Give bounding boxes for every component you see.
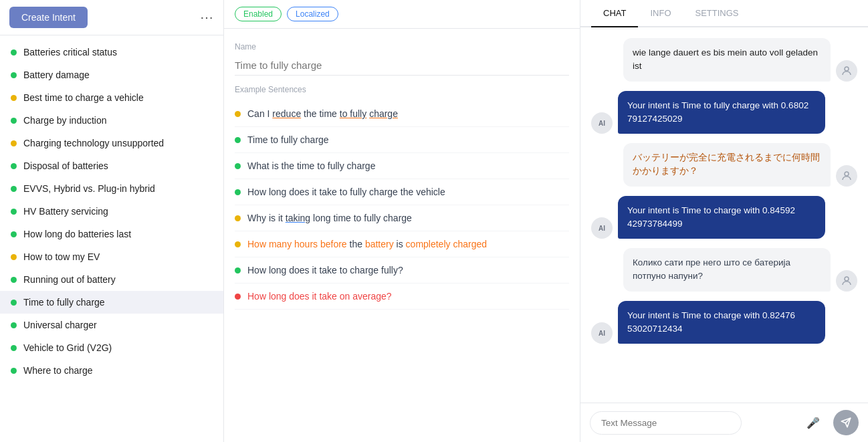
sentence-row[interactable]: Why is it taking long time to fully char… [235, 205, 569, 231]
sidebar-item-label: Universal charger [23, 320, 97, 330]
svg-point-0 [845, 67, 849, 71]
sentence-dot [235, 189, 241, 195]
chat-panel: CHATINFOSETTINGS wie lange dauert es bis… [580, 0, 868, 442]
sentence-text: How long does it take to fully charge th… [247, 187, 445, 197]
sidebar-item[interactable]: Charge by induction [0, 109, 223, 132]
status-dot [11, 209, 17, 215]
sentence-row[interactable]: How long does it take to fully charge th… [235, 179, 569, 205]
chat-input[interactable] [590, 411, 742, 435]
chat-messages: wie lange dauert es bis mein auto voll g… [580, 27, 868, 403]
status-dot [11, 231, 17, 237]
user-bubble: Колико сати пре него што се батерија пот… [623, 248, 831, 292]
sidebar-item-label: How long do batteries last [23, 229, 131, 239]
status-dot [11, 254, 17, 260]
ai-avatar: AI [591, 112, 613, 134]
mic-icon[interactable]: 🎤 [806, 417, 820, 429]
sidebar-item[interactable]: Time to fully charge [0, 291, 223, 314]
more-options-icon[interactable]: ⋯ [200, 9, 214, 25]
chat-tab-info[interactable]: INFO [638, 0, 683, 27]
sidebar-item-label: EVVS, Hybrid vs. Plug-in hybrid [23, 183, 155, 194]
svg-point-1 [845, 172, 849, 176]
sentence-row[interactable]: Time to fully charge [235, 127, 569, 153]
status-dot [11, 140, 17, 146]
sidebar-item[interactable]: Where to charge [0, 359, 223, 382]
ai-bubble: Your intent is Time to charge with 0.845… [618, 196, 825, 239]
chat-tab-chat[interactable]: CHAT [591, 0, 638, 27]
sentence-row[interactable]: How long does it take on average? [235, 284, 569, 310]
sentence-row[interactable]: How long does it take to charge fully? [235, 257, 569, 284]
localized-badge: Localized [287, 7, 338, 21]
ai-message-row: AI Your intent is Time to charge with 0.… [591, 196, 857, 239]
sentence-dot [235, 267, 241, 273]
sentence-dot [235, 137, 241, 143]
main-body: Name Example Sentences Can I reduce the … [224, 29, 580, 442]
status-dot [11, 277, 17, 283]
user-message-row: wie lange dauert es bis mein auto voll g… [591, 38, 857, 82]
sidebar-item[interactable]: Charging technology unsupported [0, 132, 223, 154]
sidebar-list: Batteries critical status Battery damage… [0, 35, 223, 442]
user-message-row: Колико сати пре него што се батерија пот… [591, 248, 857, 292]
sidebar-item-label: Charging technology unsupported [23, 138, 164, 148]
sentence-dot [235, 163, 241, 169]
status-dot [11, 300, 17, 306]
sidebar-item-label: Batteries critical status [23, 47, 117, 58]
sentence-dot [235, 294, 241, 300]
status-dot [11, 95, 17, 101]
sidebar-item-label: Vehicle to Grid (V2G) [23, 342, 112, 353]
main-content: Enabled Localized Name Example Sentences… [224, 0, 580, 442]
sentence-dot [235, 111, 241, 117]
sentence-text: Time to fully charge [247, 134, 329, 145]
send-button[interactable] [833, 410, 859, 435]
sidebar-header: Create Intent ⋯ [0, 0, 223, 35]
status-dot [11, 118, 17, 124]
create-intent-button[interactable]: Create Intent [9, 7, 88, 28]
user-avatar [836, 60, 857, 82]
chat-input-wrapper: 🎤 [590, 411, 828, 435]
sentence-row[interactable]: What is the time to fully charge [235, 153, 569, 179]
name-label: Name [235, 42, 569, 51]
sentence-text: How long does it take on average? [247, 291, 392, 302]
sentence-text: How long does it take to charge fully? [247, 265, 403, 275]
ai-avatar: AI [591, 217, 613, 239]
sidebar: Create Intent ⋯ Batteries critical statu… [0, 0, 224, 442]
sidebar-item[interactable]: Vehicle to Grid (V2G) [0, 336, 223, 359]
sidebar-item[interactable]: Batteries critical status [0, 41, 223, 64]
sidebar-item[interactable]: EVVS, Hybrid vs. Plug-in hybrid [0, 177, 223, 200]
sentence-text: Can I reduce the time to fully charge [247, 108, 398, 119]
sidebar-item[interactable]: HV Battery servicing [0, 200, 223, 223]
sidebar-item-label: Disposal of batteries [23, 160, 108, 171]
status-dot [11, 368, 17, 374]
sidebar-item[interactable]: Universal charger [0, 314, 223, 336]
sidebar-item[interactable]: How long do batteries last [0, 223, 223, 245]
sentence-dot [235, 215, 241, 221]
svg-point-2 [845, 277, 849, 281]
ai-avatar: AI [591, 322, 613, 344]
sidebar-item-label: Running out of battery [23, 274, 116, 285]
sidebar-item-label: Where to charge [23, 365, 93, 376]
sidebar-item[interactable]: How to tow my EV [0, 245, 223, 268]
chat-tab-settings[interactable]: SETTINGS [683, 0, 751, 27]
main-header: Enabled Localized [224, 0, 580, 29]
sidebar-item-label: Battery damage [23, 70, 90, 80]
sidebar-item-label: How to tow my EV [23, 251, 100, 262]
chat-tabs: CHATINFOSETTINGS [580, 0, 868, 27]
sentence-text: Why is it taking long time to fully char… [247, 213, 412, 223]
sentence-row[interactable]: Can I reduce the time to fully charge [235, 101, 569, 127]
sidebar-item[interactable]: Best time to charge a vehicle [0, 86, 223, 109]
sidebar-item[interactable]: Running out of battery [0, 268, 223, 291]
sidebar-item[interactable]: Battery damage [0, 64, 223, 86]
user-bubble: バッテリーが完全に充電されるまでに何時間かかりますか？ [623, 143, 831, 187]
ai-message-row: AI Your intent is Time to charge with 0.… [591, 301, 857, 344]
sidebar-item-label: Charge by induction [23, 115, 107, 126]
example-sentences-label: Example Sentences [235, 85, 569, 94]
status-dot [11, 72, 17, 78]
status-dot [11, 322, 17, 328]
name-input[interactable] [235, 56, 569, 76]
sentences-list: Can I reduce the time to fully charge Ti… [235, 101, 569, 310]
sentence-row[interactable]: How many hours before the battery is com… [235, 231, 569, 257]
ai-message-row: AI Your intent is Time to fully charge w… [591, 91, 857, 134]
sidebar-item[interactable]: Disposal of batteries [0, 154, 223, 177]
user-avatar [836, 165, 857, 187]
status-dot [11, 186, 17, 192]
enabled-badge: Enabled [235, 7, 282, 21]
